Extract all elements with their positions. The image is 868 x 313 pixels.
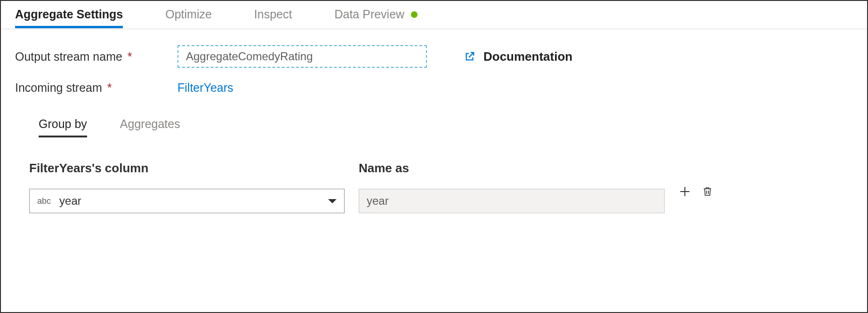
- column-header: FilterYears's column: [29, 161, 345, 176]
- tab-label: Aggregate Settings: [15, 8, 123, 21]
- aggregate-settings-panel: Aggregate Settings Optimize Inspect Data…: [0, 0, 868, 313]
- required-asterisk: *: [128, 50, 132, 63]
- label-text: Output stream name: [15, 50, 122, 63]
- trash-icon: [702, 186, 713, 197]
- tab-label: Data Preview: [334, 8, 404, 21]
- delete-row-button[interactable]: [701, 185, 714, 198]
- name-as-header: Name as: [359, 161, 665, 176]
- incoming-stream-label: Incoming stream *: [15, 81, 177, 95]
- main-tabstrip: Aggregate Settings Optimize Inspect Data…: [1, 1, 867, 29]
- row-actions: [679, 185, 714, 198]
- incoming-stream-link[interactable]: FilterYears: [177, 81, 233, 95]
- required-asterisk: *: [107, 81, 112, 94]
- tab-label: Optimize: [165, 8, 212, 21]
- tab-aggregate-settings[interactable]: Aggregate Settings: [15, 6, 123, 28]
- subtab-aggregates[interactable]: Aggregates: [120, 117, 180, 137]
- external-link-icon: [465, 51, 475, 62]
- documentation-label: Documentation: [483, 49, 572, 64]
- dropdown-value: year: [59, 194, 328, 208]
- form-area: Output stream name * Documentation Incom…: [1, 29, 867, 213]
- subtab-label: Aggregates: [120, 117, 180, 130]
- column-selector-col: FilterYears's column abc year: [29, 161, 345, 213]
- status-dot-icon: [411, 11, 418, 18]
- tab-inspect[interactable]: Inspect: [254, 6, 292, 28]
- output-stream-label: Output stream name *: [15, 50, 177, 64]
- output-stream-row: Output stream name * Documentation: [15, 45, 853, 68]
- sub-tabstrip: Group by Aggregates: [15, 108, 853, 137]
- name-as-input[interactable]: [359, 189, 665, 213]
- subtab-label: Group by: [39, 117, 87, 130]
- documentation-link[interactable]: Documentation: [465, 49, 572, 64]
- column-dropdown[interactable]: abc year: [29, 189, 345, 213]
- chevron-down-icon: [328, 199, 337, 203]
- tab-label: Inspect: [254, 8, 292, 21]
- tab-optimize[interactable]: Optimize: [165, 6, 212, 28]
- name-as-col: Name as: [359, 161, 665, 213]
- incoming-stream-row: Incoming stream * FilterYears: [15, 81, 853, 95]
- label-text: Incoming stream: [15, 81, 102, 94]
- subtab-group-by[interactable]: Group by: [39, 117, 87, 137]
- plus-icon: [679, 185, 691, 198]
- add-row-button[interactable]: [679, 185, 691, 198]
- type-badge: abc: [37, 196, 51, 206]
- tab-data-preview[interactable]: Data Preview: [334, 6, 418, 28]
- output-stream-name-input[interactable]: [177, 45, 427, 68]
- group-by-grid: FilterYears's column abc year Name as: [15, 137, 853, 213]
